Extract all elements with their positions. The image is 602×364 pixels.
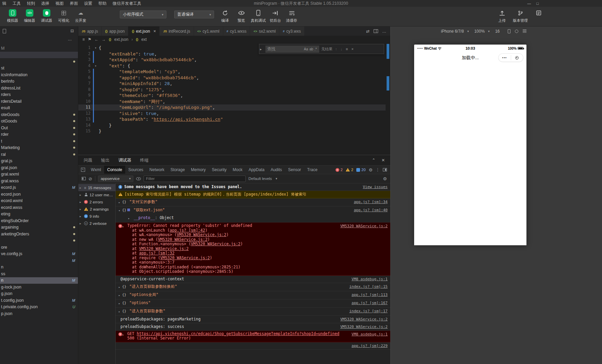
close-icon[interactable]: × <box>153 29 156 34</box>
expand-icon[interactable]: ▸ <box>118 285 122 290</box>
tree-item[interactable]: ve.config.jsM <box>0 251 78 258</box>
find-expand-icon[interactable]: ▸ <box>260 47 263 51</box>
source-link[interactable]: VM5320 WAService.js:2 <box>336 224 388 229</box>
tree-item[interactable]: p.json <box>0 310 78 317</box>
tree-item[interactable]: g-lock.json <box>0 284 78 291</box>
devtools-tab-storage[interactable]: Storage <box>167 166 188 174</box>
tree-item[interactable]: rdersDetail <box>0 98 78 105</box>
tree-item[interactable]: M <box>0 257 78 264</box>
device-select[interactable]: iPhone 6/7/8 ▾ <box>441 29 469 34</box>
source-link[interactable]: VM8 asdebug.js:1 <box>347 277 388 282</box>
compare-icon[interactable]: ⇄ <box>366 29 370 34</box>
expand-icon[interactable]: ▸ <box>128 216 132 221</box>
tree-item[interactable]: argaining <box>0 224 78 231</box>
find-close-icon[interactable]: × <box>351 47 354 51</box>
panel-tab-问题[interactable]: 问题 <box>84 158 92 163</box>
expand-icon[interactable]: ▸ <box>122 332 126 337</box>
menu-item[interactable]: 视图 <box>52 1 67 6</box>
tree-item[interactable]: gral.wxml <box>0 171 78 178</box>
log-levels-select[interactable]: Default levels ▾ <box>248 177 277 181</box>
toolbar-detail-button[interactable] <box>531 9 547 23</box>
console-link[interactable]: VM5320 WAService.js:2 <box>160 255 210 260</box>
source-link[interactable]: app.js? [sm]:40 <box>349 208 388 213</box>
expand-icon[interactable]: ▸ <box>118 293 122 298</box>
devtools-tab-trace[interactable]: Trace <box>304 166 321 174</box>
tab-intRecord.js[interactable]: JSintRecord.js <box>160 27 194 36</box>
console-link[interactable]: VM5320 WAService.js:2 <box>158 237 207 242</box>
console-filter-warning[interactable]: ▸!2 warnings <box>78 205 115 213</box>
toolbar-remote-debug-button[interactable]: 真机调试 <box>250 9 267 23</box>
console-sidebar-toggle-icon[interactable] <box>82 177 86 180</box>
breadcrumb-symbol[interactable]: ext <box>141 37 147 42</box>
tab-cy3.wxs[interactable]: #cy3.wxs <box>279 27 305 36</box>
bookmark-icon[interactable]: ⚑ <box>88 37 92 42</box>
editor-scrollbar[interactable] <box>386 43 390 155</box>
tree-item[interactable]: t.private.config.jsonU <box>0 304 78 311</box>
toolbar-debugger-button[interactable]: 调试器 <box>39 9 54 23</box>
tree-item[interactable]: otGoods <box>0 118 78 125</box>
more-actions-icon[interactable]: … <box>382 29 386 34</box>
expand-icon[interactable]: ▸ <box>118 309 122 314</box>
view-issues-link[interactable]: View issues <box>358 184 388 189</box>
collapse-all-icon[interactable]: ⊟ <box>70 29 74 33</box>
minimize-icon[interactable]: — <box>527 1 531 5</box>
toolbar-visualization-button[interactable]: 可视化 <box>56 9 71 23</box>
tree-item[interactable]: M <box>0 45 78 52</box>
toolbar-upload-button[interactable]: 上传 <box>494 9 510 23</box>
expand-icon[interactable]: ▸ <box>118 200 122 205</box>
find-option-ab[interactable]: ab <box>309 47 314 51</box>
panel-close-icon[interactable]: ✕ <box>381 158 385 163</box>
expand-icon[interactable]: ▸ <box>118 301 122 306</box>
panel-tab-终端[interactable]: 终端 <box>140 158 149 163</box>
tree-item[interactable]: ecord.wxss <box>0 204 78 211</box>
devtools-tab-appdata[interactable]: AppData <box>245 166 267 174</box>
mode-select[interactable]: 小程序模式 ▾ <box>120 11 166 18</box>
gear-icon[interactable]: ⚙ <box>369 167 373 172</box>
tree-item[interactable]: esult <box>0 105 78 112</box>
eye-icon[interactable] <box>136 177 141 180</box>
tree-item[interactable]: ecord.wxml <box>0 198 78 204</box>
outline-icon[interactable]: ≡ <box>82 37 85 42</box>
tab-cy1.wxss[interactable]: #cy1.wxss <box>223 27 250 36</box>
close-miniprogram-icon[interactable] <box>511 56 523 60</box>
source-link[interactable]: index.js? [sm]:15 <box>344 284 388 289</box>
panel-maximize-icon[interactable]: ⌃ <box>372 158 375 163</box>
menu-item[interactable]: 帮助 <box>95 1 110 6</box>
console-link[interactable]: https://api.yichengshi.cn/edcapi/Shop_ge… <box>137 331 339 336</box>
dock-side-icon[interactable] <box>383 168 387 171</box>
tab-app.json[interactable]: {}app.json <box>102 27 128 36</box>
menu-item[interactable]: 辑 <box>0 1 10 6</box>
tree-item[interactable]: ecord.jsM <box>0 184 78 191</box>
menu-item[interactable]: 选择 <box>38 1 52 6</box>
compile-mode-select[interactable]: 普通编译 ▾ <box>174 11 214 18</box>
zoom-select[interactable]: 100% ▾ <box>474 29 490 34</box>
toolbar-version-button[interactable]: 版本管理 <box>512 9 529 23</box>
rotate-device-icon[interactable] <box>508 29 510 33</box>
toolbar-background-button[interactable]: 切后台 <box>267 9 283 23</box>
console-link[interactable]: app.js? [sm]:32 <box>139 251 175 255</box>
toolbar-editor-button[interactable]: </>编辑器 <box>22 9 37 23</box>
tree-item[interactable]: rder <box>0 131 78 138</box>
find-next-icon[interactable]: ↓ <box>340 47 343 51</box>
record-icon[interactable] <box>515 30 518 33</box>
tree-item[interactable]: nM <box>0 277 78 284</box>
tree-item[interactable]: arketingOrders <box>0 231 78 237</box>
more-menu-icon[interactable]: ••• <box>499 56 511 60</box>
source-link[interactable]: VM5320 WAService.js:2 <box>336 324 388 329</box>
menu-item[interactable]: 工具 <box>10 1 24 6</box>
tree-item[interactable]: Out <box>0 125 78 131</box>
tab-ext.json[interactable]: {}ext.json× <box>128 27 160 36</box>
tree-item[interactable]: gral.json <box>0 164 78 171</box>
tree-item[interactable]: etingSubOrder <box>0 217 78 224</box>
tree-item[interactable] <box>0 237 78 244</box>
devtools-tab-mock[interactable]: Mock <box>230 166 246 174</box>
source-link[interactable]: app.js? [sm]:167 <box>347 300 388 305</box>
tab-sx2.wxml[interactable]: <>sx2.wxml <box>250 27 279 36</box>
devtools-tab-audits[interactable]: Audits <box>267 166 285 174</box>
tree-item[interactable]: ore <box>0 244 78 251</box>
tree-item[interactable] <box>0 52 78 59</box>
tab-app.js[interactable]: JSapp.js <box>78 27 102 36</box>
phone-screen[interactable]: ••••• WeChat 10:03 100% 加载中... ••• <box>414 45 526 245</box>
tree-item[interactable]: ecord.json <box>0 191 78 198</box>
context-select[interactable]: appservice ▾ <box>98 176 133 182</box>
